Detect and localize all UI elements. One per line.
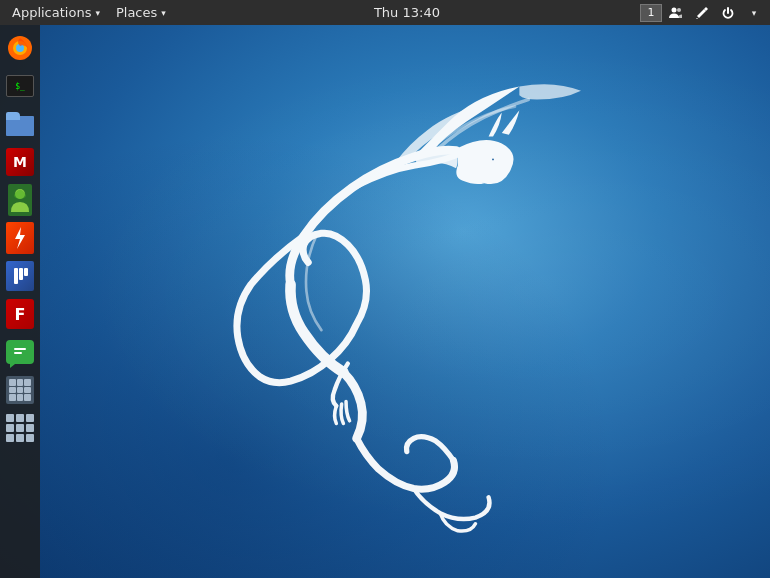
sidebar-icon-maltego[interactable] <box>3 183 37 217</box>
pencil-icon-btn[interactable] <box>690 2 714 24</box>
svg-marker-7 <box>15 227 25 249</box>
svg-rect-12 <box>14 352 22 354</box>
faraday-icon: F <box>6 299 34 329</box>
sidebar-icon-allapps[interactable] <box>3 411 37 445</box>
power-icon-btn[interactable] <box>716 2 740 24</box>
sidebar-icon-firefox[interactable] <box>3 31 37 65</box>
svg-point-13 <box>489 155 496 162</box>
places-label: Places <box>116 5 157 20</box>
chat-icon <box>6 340 34 364</box>
workspace-switcher[interactable]: 1 <box>640 4 662 22</box>
allapps-icon <box>6 414 34 442</box>
users-icon-btn[interactable] <box>664 2 688 24</box>
svg-rect-8 <box>14 268 18 284</box>
svg-rect-10 <box>24 268 28 276</box>
tools-icon <box>6 261 34 291</box>
sidebar-icon-chat[interactable] <box>3 335 37 369</box>
svg-rect-9 <box>19 268 23 280</box>
clock-display: Thu 13:40 <box>374 5 440 20</box>
sidebar-icon-armitage[interactable] <box>3 221 37 255</box>
sidebar-icon-terminal[interactable]: $_ <box>3 69 37 103</box>
workspace-number: 1 <box>648 6 655 19</box>
sidebar: $_ M <box>0 25 40 578</box>
sidebar-icon-metasploit[interactable]: M <box>3 145 37 179</box>
sidebar-icon-grid[interactable] <box>3 373 37 407</box>
sidebar-icon-faraday[interactable]: F <box>3 297 37 331</box>
applications-menu[interactable]: Applications ▾ <box>4 0 108 25</box>
top-panel: Applications ▾ Places ▾ Thu 13:40 1 <box>0 0 770 25</box>
applications-label: Applications <box>12 5 91 20</box>
files-icon <box>6 112 34 136</box>
grid-icon <box>6 376 34 404</box>
kali-dragon-logo <box>40 25 770 578</box>
applications-chevron: ▾ <box>95 8 100 18</box>
panel-clock: Thu 13:40 <box>174 5 640 20</box>
svg-point-0 <box>672 7 677 12</box>
panel-right: 1 <box>640 2 766 24</box>
terminal-icon: $_ <box>6 75 34 97</box>
sidebar-icon-files[interactable] <box>3 107 37 141</box>
panel-left: Applications ▾ Places ▾ <box>4 0 174 25</box>
desktop: Applications ▾ Places ▾ Thu 13:40 1 <box>0 0 770 578</box>
svg-rect-11 <box>14 348 26 350</box>
users-icon <box>668 5 684 21</box>
places-menu[interactable]: Places ▾ <box>108 0 174 25</box>
sidebar-icon-tools[interactable] <box>3 259 37 293</box>
armitage-icon <box>6 222 34 254</box>
svg-point-1 <box>677 8 681 12</box>
power-chevron[interactable]: ▾ <box>742 2 766 24</box>
maltego-icon <box>6 184 34 216</box>
places-chevron: ▾ <box>161 8 166 18</box>
pencil-icon <box>695 6 709 20</box>
metasploit-icon: M <box>6 148 34 176</box>
firefox-icon <box>6 34 34 62</box>
dragon-svg <box>185 62 625 542</box>
power-icon <box>721 6 735 20</box>
